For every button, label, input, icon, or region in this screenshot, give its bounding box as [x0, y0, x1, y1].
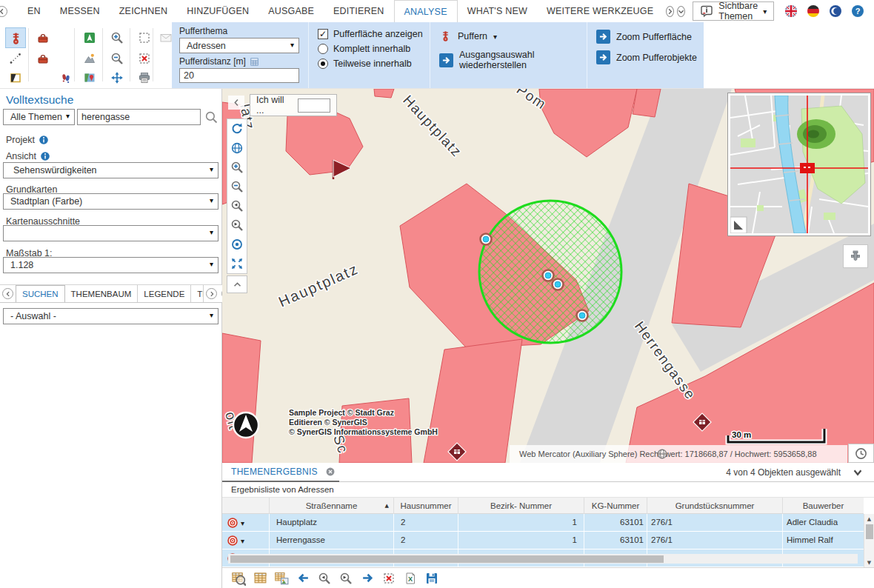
zoom-buffer-objects-button[interactable]: Zoom Pufferobjekte — [596, 50, 704, 64]
tab-suchen[interactable]: SUCHEN — [16, 285, 65, 302]
menu-item-weitere-werkzeuge[interactable]: WEITERE WERKZEUGE — [537, 0, 663, 22]
ich-will-search-box[interactable]: Ich will ... — [250, 94, 337, 116]
landscape-view-button[interactable] — [80, 49, 99, 68]
calculator-icon[interactable] — [250, 57, 259, 67]
print-button[interactable] — [135, 68, 154, 87]
select-rectangle-button[interactable] — [135, 28, 154, 47]
restore-selection-button[interactable]: Ausgangsauswahl wiederherstellen — [439, 50, 587, 70]
vertical-scrollbar[interactable]: ▲ ▼ — [864, 514, 874, 567]
search-scope-select[interactable]: Alle Themen — [3, 109, 75, 125]
map-pin-button[interactable] — [80, 68, 99, 87]
scrollbar-thumb[interactable] — [230, 555, 664, 563]
pan-button[interactable] — [107, 68, 127, 87]
menu-item-messen[interactable]: MESSEN — [50, 0, 110, 22]
help-icon[interactable]: ? — [851, 4, 864, 18]
info-icon[interactable] — [40, 151, 50, 161]
column-bezirk-nummer[interactable]: Bezirk- Nummer — [458, 498, 584, 514]
language-german-icon[interactable] — [807, 4, 820, 18]
zoom-to-feature-icon[interactable] — [227, 535, 238, 547]
zoom-to-feature-icon[interactable] — [227, 517, 238, 529]
navigate-arrow-button[interactable] — [80, 28, 99, 47]
menu-item-hinzufuegen[interactable]: HINZUFÜGEN — [177, 0, 258, 22]
overview-collapse-icon[interactable] — [730, 217, 747, 233]
clear-selection-button[interactable] — [135, 49, 154, 68]
copy-table-button[interactable] — [274, 571, 289, 586]
search-icon[interactable] — [204, 110, 218, 124]
tabs-scroll-left-icon[interactable] — [2, 288, 13, 299]
table-row[interactable]: Hauptplatz 2 1 63101 276/1 Adler Claudia — [222, 514, 864, 532]
previous-record-button[interactable] — [296, 571, 310, 586]
pufferthema-select[interactable]: Adressen — [179, 38, 299, 53]
menu-item-editieren[interactable]: EDITIEREN — [324, 0, 393, 22]
clear-result-selection-button[interactable] — [381, 571, 396, 586]
teilweise-innerhalb-radio[interactable] — [318, 59, 328, 69]
massstab-select[interactable]: 1.128 — [3, 257, 218, 273]
column-bauwerber[interactable]: Bauwerber — [783, 498, 864, 514]
zoom-previous-result-button[interactable] — [317, 571, 332, 586]
menu-item-zeichnen[interactable]: ZEICHNEN — [110, 0, 178, 22]
menu-scroll-left-icon[interactable] — [0, 6, 7, 17]
zoom-next-result-button[interactable] — [338, 571, 353, 586]
column-hausnummer[interactable]: Hausnummer — [394, 498, 458, 514]
toolbox-2-button[interactable] — [33, 49, 53, 68]
info-icon[interactable] — [39, 135, 49, 145]
collapse-sidebar-button[interactable] — [228, 96, 244, 110]
menu-scroll-right-icon[interactable] — [666, 6, 674, 17]
tab-themenergebnis[interactable]: THEMENERGEBNIS — [222, 463, 339, 482]
zoom-next-button[interactable] — [227, 216, 247, 235]
pufferdistanz-input[interactable] — [179, 68, 299, 83]
anchor-tool-button[interactable] — [843, 244, 868, 268]
ansicht-select[interactable]: Sehenswürdigkeiten — [3, 162, 218, 178]
language-english-icon[interactable] — [784, 4, 798, 18]
row-menu-icon[interactable] — [241, 532, 244, 549]
menu-item-whats-new[interactable]: WHAT'S NEW — [458, 0, 537, 22]
menu-item-analyse[interactable]: ANALYSE — [394, 0, 458, 22]
measure-line-button[interactable] — [6, 49, 25, 68]
pufferflaeche-anzeigen-checkbox[interactable] — [318, 29, 328, 39]
zoom-in-map-button[interactable] — [227, 158, 247, 177]
next-record-button[interactable] — [360, 571, 375, 586]
full-extent-expand-button[interactable] — [227, 254, 247, 273]
refresh-map-button[interactable] — [227, 119, 247, 138]
auswahl-select[interactable]: - Auswahl - — [3, 308, 218, 324]
menu-overflow-icon[interactable] — [677, 6, 685, 17]
row-menu-icon[interactable] — [241, 515, 244, 532]
menu-item-en[interactable]: EN — [18, 0, 50, 22]
scrollbar-thumb[interactable] — [866, 524, 873, 539]
routing-footprints-button[interactable] — [56, 68, 76, 87]
close-tab-icon[interactable] — [325, 467, 336, 477]
collapse-results-icon[interactable] — [852, 467, 864, 478]
zoom-in-button[interactable] — [107, 28, 127, 47]
horizontal-scrollbar[interactable] — [228, 554, 858, 564]
scroll-up-icon[interactable]: ▲ — [864, 514, 874, 524]
fulltext-search-input[interactable] — [77, 109, 201, 125]
globe-full-extent-button[interactable] — [227, 138, 247, 158]
center-target-button[interactable] — [227, 235, 247, 254]
kartenausschnitte-select[interactable] — [3, 225, 218, 241]
visible-themes-dropdown[interactable]: Sichtbare Themen — [693, 1, 774, 21]
grundkarten-select[interactable]: Stadtplan (Farbe) — [3, 193, 218, 210]
tab-themenbaum[interactable]: THEMENBAUM — [65, 285, 139, 302]
history-clock-button[interactable] — [848, 444, 874, 463]
scroll-down-icon[interactable]: ▼ — [864, 558, 874, 567]
zoom-previous-button[interactable] — [227, 196, 247, 216]
menu-item-ausgabe[interactable]: AUSGABE — [258, 0, 324, 22]
zoom-out-button[interactable] — [107, 49, 127, 68]
table-row[interactable]: Herrengasse 2 1 63101 276/1 Himmel Ralf — [222, 532, 864, 549]
puffern-button[interactable]: Puffern — [439, 30, 587, 42]
export-excel-button[interactable]: X — [403, 571, 418, 586]
save-results-button[interactable] — [424, 571, 439, 586]
column-grundstuecksnummer[interactable]: Grundstücksnummer — [647, 498, 783, 514]
tab-themen-clipped[interactable]: THEM — [191, 285, 204, 302]
toolbox-button[interactable] — [33, 28, 53, 47]
column-strassenname[interactable]: Straßenname — [270, 498, 394, 514]
tab-legende[interactable]: LEGENDE — [138, 285, 191, 302]
tabs-scroll-right-icon[interactable] — [206, 288, 217, 299]
search-in-table-button[interactable] — [231, 571, 246, 586]
swipe-map-button[interactable] — [6, 68, 25, 87]
ich-will-input[interactable] — [298, 98, 330, 113]
zoom-buffer-area-button[interactable]: Zoom Pufferfläche — [596, 30, 704, 44]
komplett-innerhalb-radio[interactable] — [318, 44, 328, 54]
overview-map[interactable] — [728, 93, 870, 235]
zoom-out-map-button[interactable] — [227, 177, 247, 196]
